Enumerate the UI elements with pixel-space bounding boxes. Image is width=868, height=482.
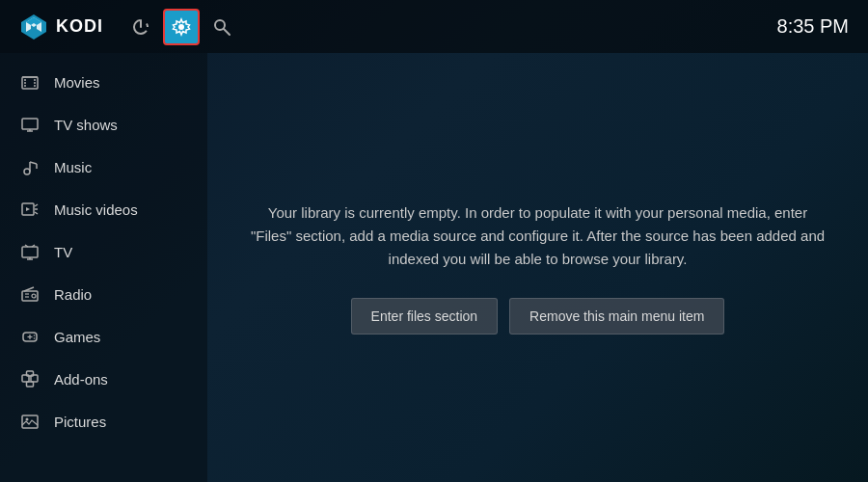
sidebar-item-radio[interactable]: Radio [0,273,207,315]
sidebar-item-tvshows[interactable]: TV shows [0,103,207,146]
sidebar-item-games-label: Games [54,329,100,345]
add-ons-icon [19,368,41,389]
search-icon [212,17,231,37]
sidebar-item-add-ons[interactable]: Add-ons [0,358,207,400]
svg-rect-47 [22,415,38,428]
app-container: KODI [0,0,868,482]
sidebar-item-music[interactable]: Music [0,146,207,188]
enter-files-button[interactable]: Enter files section [351,298,499,335]
remove-menu-item-button[interactable]: Remove this main menu item [509,298,724,335]
svg-rect-28 [22,247,38,257]
svg-rect-46 [27,382,34,387]
sidebar-item-pictures[interactable]: Pictures [0,400,207,442]
settings-button[interactable] [163,9,200,45]
topbar-left: KODI [19,9,240,45]
movies-icon [19,71,41,93]
svg-point-10 [24,82,26,84]
sidebar-item-music-videos-label: Music videos [54,201,138,218]
tvshows-icon [19,114,41,135]
svg-line-25 [35,204,38,206]
content-area: Your library is currently empty. In orde… [207,53,868,482]
svg-line-7 [224,29,230,35]
svg-point-13 [34,82,36,84]
games-icon [19,326,41,347]
svg-rect-16 [22,119,38,129]
svg-marker-24 [26,207,30,211]
gear-icon [172,17,191,37]
svg-point-19 [24,169,30,174]
svg-point-11 [24,85,26,87]
tv-icon [19,241,41,262]
kodi-logo-text: KODI [56,16,103,37]
svg-line-27 [35,212,38,214]
topbar: KODI [0,0,868,53]
sidebar-item-radio-label: Radio [54,286,92,303]
power-icon [131,17,150,37]
kodi-logo-icon [19,13,48,41]
svg-point-9 [24,79,26,81]
pictures-icon [19,411,41,432]
sidebar-item-games[interactable]: Games [0,315,207,358]
library-empty-message: Your library is currently empty. In orde… [246,201,829,271]
svg-point-42 [34,337,36,339]
main: MoviesTV showsMusicMusic videosTVRadioGa… [0,53,868,482]
content-box: Your library is currently empty. In orde… [246,201,829,335]
sidebar-item-movies-label: Movies [54,74,100,91]
content-buttons: Enter files section Remove this main men… [246,298,829,335]
sidebar-item-movies[interactable]: Movies [0,61,207,103]
svg-point-5 [178,24,184,30]
kodi-logo: KODI [19,13,103,41]
power-button[interactable] [122,9,159,45]
radio-icon [19,283,41,305]
clock: 8:35 PM [777,15,849,38]
sidebar: MoviesTV showsMusicMusic videosTVRadioGa… [0,53,207,482]
svg-point-34 [32,294,36,298]
sidebar-item-tv-label: TV [54,244,72,260]
sidebar-item-music-label: Music [54,159,92,175]
svg-point-48 [26,418,29,421]
music-icon [19,156,41,177]
topbar-icons [122,9,240,45]
svg-point-41 [34,335,36,336]
music-videos-icon [19,199,41,220]
sidebar-item-music-videos[interactable]: Music videos [0,188,207,230]
svg-line-21 [30,162,37,164]
sidebar-item-tvshows-label: TV shows [54,117,118,133]
sidebar-item-tv[interactable]: TV [0,230,207,273]
sidebar-item-add-ons-label: Add-ons [54,371,108,388]
svg-point-14 [34,85,36,87]
svg-point-12 [34,79,36,81]
sidebar-item-pictures-label: Pictures [54,414,106,430]
svg-rect-45 [27,371,34,376]
search-button[interactable] [203,9,240,45]
